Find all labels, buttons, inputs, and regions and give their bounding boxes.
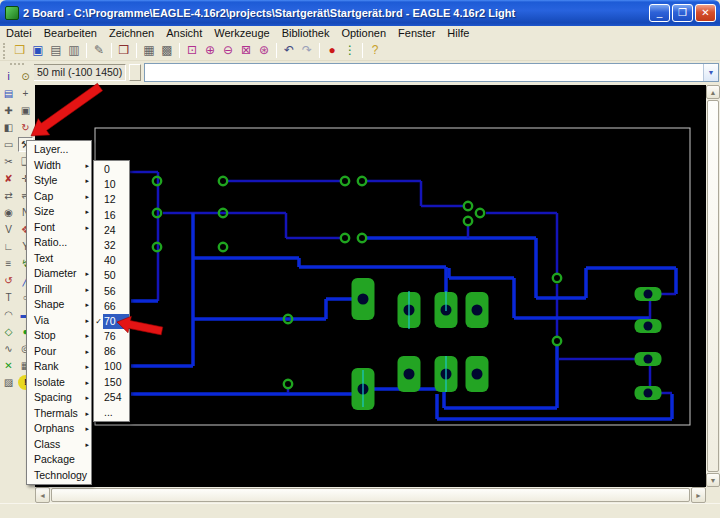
board-canvas[interactable]: [35, 85, 706, 487]
width-option-...[interactable]: ...: [94, 405, 129, 420]
command-input[interactable]: [145, 64, 703, 81]
lock-icon[interactable]: ◉: [1, 205, 16, 220]
vertical-scrollbar[interactable]: ▲ ▼: [706, 85, 720, 487]
help-icon[interactable]: ?: [366, 42, 384, 59]
menu-hilfe[interactable]: Hilfe: [441, 26, 475, 41]
menu-item-technology[interactable]: Technology: [27, 468, 91, 484]
titlebar[interactable]: 2 Board - C:\Programme\EAGLE-4.16r2\proj…: [0, 0, 720, 26]
menu-item-rank[interactable]: Rank▸: [27, 359, 91, 375]
menu-zeichnen[interactable]: Zeichnen: [103, 26, 160, 41]
menu-ansicht[interactable]: Ansicht: [160, 26, 208, 41]
delete-icon[interactable]: ✘: [1, 171, 16, 186]
width-option-10[interactable]: 10: [94, 177, 129, 192]
scroll-right-icon[interactable]: ►: [691, 487, 706, 503]
scroll-left-icon[interactable]: ◄: [35, 487, 50, 503]
undo-icon[interactable]: ↶: [280, 42, 298, 59]
zoom-in-icon[interactable]: ⊕: [201, 42, 219, 59]
command-combobox[interactable]: ▼: [144, 63, 719, 82]
width-option-254[interactable]: 254: [94, 390, 129, 405]
width-option-0[interactable]: 0: [94, 162, 129, 177]
mark-icon[interactable]: +: [18, 86, 33, 101]
scroll-down-icon[interactable]: ▼: [706, 473, 720, 487]
width-option-76[interactable]: 76: [94, 329, 129, 344]
grid-icon[interactable]: ▦: [140, 42, 158, 59]
menu-item-package[interactable]: Package: [27, 452, 91, 468]
redo-icon[interactable]: ↷: [298, 42, 316, 59]
grid-alt-icon[interactable]: ▩: [158, 42, 176, 59]
width-option-40[interactable]: 40: [94, 253, 129, 268]
menu-item-via[interactable]: Via▸: [27, 313, 91, 329]
pinswap-icon[interactable]: ⇄: [1, 188, 16, 203]
scroll-up-icon[interactable]: ▲: [706, 85, 720, 99]
menu-item-shape[interactable]: Shape▸: [27, 297, 91, 313]
copy-icon[interactable]: ▣: [18, 103, 33, 118]
polygon-icon[interactable]: ◇: [1, 324, 16, 339]
menu-item-ratio[interactable]: Ratio...: [27, 235, 91, 251]
width-option-70[interactable]: ✓70: [94, 314, 129, 329]
cam-processor-icon[interactable]: ▥: [65, 42, 83, 59]
optimize-icon[interactable]: ≡: [1, 256, 16, 271]
value-icon[interactable]: V: [1, 222, 16, 237]
width-option-100[interactable]: 100: [94, 359, 129, 374]
menu-datei[interactable]: Datei: [0, 26, 38, 41]
rotate-icon[interactable]: ↻: [18, 120, 33, 135]
zoom-out-icon[interactable]: ⊖: [219, 42, 237, 59]
miter-icon[interactable]: ∟: [1, 239, 16, 254]
display-icon[interactable]: ▤: [1, 86, 16, 101]
text-icon[interactable]: T: [1, 290, 16, 305]
print-icon[interactable]: ▤: [47, 42, 65, 59]
show-icon[interactable]: ⊙: [18, 69, 33, 84]
menu-fenster[interactable]: Fenster: [392, 26, 441, 41]
ratsnest-icon[interactable]: ✕: [1, 358, 16, 373]
group-icon[interactable]: ▭: [1, 137, 16, 152]
menu-item-cap[interactable]: Cap▸: [27, 189, 91, 205]
vertical-scroll-thumb[interactable]: [707, 100, 719, 472]
menu-item-layer[interactable]: Layer...: [27, 142, 91, 158]
menu-item-style[interactable]: Style▸: [27, 173, 91, 189]
menu-item-thermals[interactable]: Thermals▸: [27, 406, 91, 422]
width-option-66[interactable]: 66: [94, 299, 129, 314]
width-option-12[interactable]: 12: [94, 192, 129, 207]
move-icon[interactable]: ✚: [1, 103, 16, 118]
open-icon[interactable]: ❒: [11, 42, 29, 59]
menu-item-size[interactable]: Size▸: [27, 204, 91, 220]
minimize-button[interactable]: _: [649, 4, 670, 22]
script-icon[interactable]: ✎: [90, 42, 108, 59]
menu-item-drill[interactable]: Drill▸: [27, 282, 91, 298]
zoom-fit-icon[interactable]: ⊡: [183, 42, 201, 59]
arc-icon[interactable]: ◠: [1, 307, 16, 322]
width-option-32[interactable]: 32: [94, 238, 129, 253]
menu-werkzeuge[interactable]: Werkzeuge: [208, 26, 275, 41]
horizontal-scroll-thumb[interactable]: [51, 488, 690, 502]
save-icon[interactable]: ▣: [29, 42, 47, 59]
width-option-16[interactable]: 16: [94, 208, 129, 223]
menu-item-width[interactable]: Width▸: [27, 158, 91, 174]
width-option-24[interactable]: 24: [94, 223, 129, 238]
traffic-light-icon[interactable]: ⋮: [341, 42, 359, 59]
close-button[interactable]: ✕: [695, 4, 716, 22]
drc-icon[interactable]: ▨: [1, 375, 16, 390]
maximize-button[interactable]: ❐: [672, 4, 693, 22]
cut-icon[interactable]: ✂: [1, 154, 16, 169]
chevron-down-icon[interactable]: ▼: [703, 64, 718, 81]
ripup-icon[interactable]: ↺: [1, 273, 16, 288]
library-icon[interactable]: ❒: [115, 42, 133, 59]
stop-icon[interactable]: ●: [323, 42, 341, 59]
width-option-50[interactable]: 50: [94, 268, 129, 283]
width-option-86[interactable]: 86: [94, 344, 129, 359]
zoom-redraw-icon[interactable]: ⊛: [255, 42, 273, 59]
menu-item-pour[interactable]: Pour▸: [27, 344, 91, 360]
menu-item-diameter[interactable]: Diameter▸: [27, 266, 91, 282]
zoom-select-icon[interactable]: ⊠: [237, 42, 255, 59]
menu-item-text[interactable]: Text: [27, 251, 91, 267]
menu-item-font[interactable]: Font▸: [27, 220, 91, 236]
menu-optionen[interactable]: Optionen: [335, 26, 392, 41]
menu-item-spacing[interactable]: Spacing▸: [27, 390, 91, 406]
menu-item-isolate[interactable]: Isolate▸: [27, 375, 91, 391]
menu-item-class[interactable]: Class▸: [27, 437, 91, 453]
info-icon[interactable]: i: [1, 69, 16, 84]
width-option-150[interactable]: 150: [94, 375, 129, 390]
mirror-icon[interactable]: ◧: [1, 120, 16, 135]
menu-item-stop[interactable]: Stop▸: [27, 328, 91, 344]
horizontal-scrollbar[interactable]: ◄ ►: [35, 487, 706, 503]
